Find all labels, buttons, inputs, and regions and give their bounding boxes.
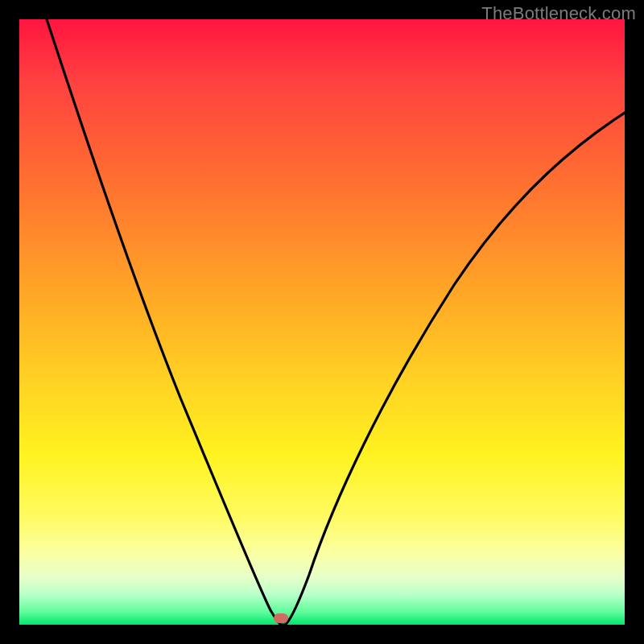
plot-area <box>19 19 625 625</box>
watermark-text: TheBottleneck.com <box>481 3 636 24</box>
curve-path <box>47 19 625 625</box>
chart-frame: TheBottleneck.com <box>0 0 644 644</box>
optimal-point-marker <box>274 613 288 623</box>
bottleneck-curve <box>19 19 625 625</box>
